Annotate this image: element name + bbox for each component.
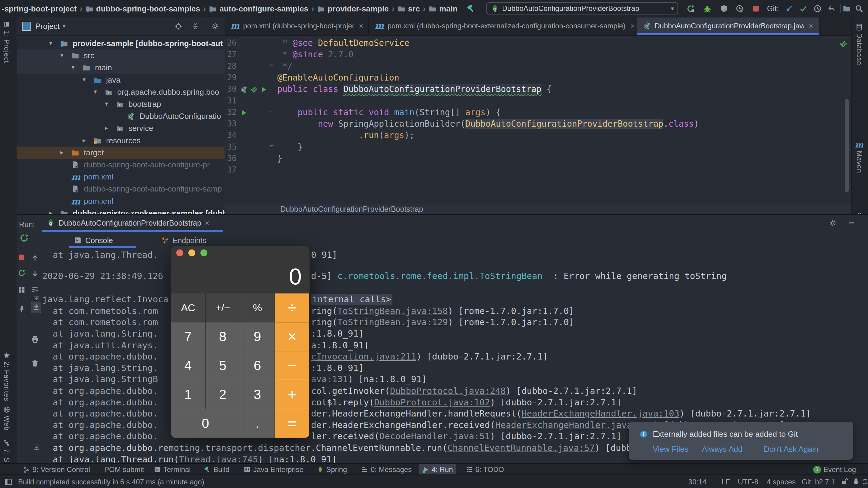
stacktrace-link[interactable]: cInvocation.java:211 <box>311 351 416 362</box>
editor-scrollbar[interactable] <box>845 99 849 193</box>
rerun-button[interactable] <box>20 233 29 244</box>
toolwindow-button-messages[interactable]: 0: Messages <box>358 464 415 475</box>
pin-button[interactable] <box>18 305 26 314</box>
git-history-button[interactable] <box>813 4 822 14</box>
collapse-all-button[interactable] <box>191 22 199 31</box>
code-editor[interactable]: 26 * @see DefaultDemoService27 * @since … <box>224 35 851 204</box>
stacktrace-link[interactable]: ChannelEventRunnable.java:57 <box>447 443 595 453</box>
stacktrace-link[interactable]: ToStringBean.java:158 <box>337 306 448 316</box>
scroll-end-button[interactable] <box>31 302 41 313</box>
fold-marker-icon[interactable]: ⌐ <box>270 107 274 115</box>
toolwindow-button-java-enterprise[interactable]: Java Enterprise <box>241 464 307 475</box>
stacktrace-link[interactable]: ava:131 <box>311 374 348 384</box>
view-tab-console[interactable]: Console <box>74 233 113 247</box>
dubbo-class-icon[interactable] <box>240 86 247 93</box>
gutter-play-small[interactable] <box>260 85 267 95</box>
restart-button[interactable] <box>18 269 26 278</box>
close-icon[interactable]: × <box>359 21 364 31</box>
toolwindow-button-version-control[interactable]: 9: Version Control <box>20 464 93 475</box>
tree-item-org-apache-dubbo-spring-boo[interactable]: ▾org.apache.dubbo.spring.boo <box>17 86 224 98</box>
toolwindow-button-terminal[interactable]: Terminal <box>151 464 194 475</box>
tree-item-service[interactable]: ▸service <box>17 122 224 134</box>
calculator-window[interactable]: 0AC+/−%÷789×456−123+0.= <box>170 246 310 438</box>
tool-button-maven[interactable]: mMaven <box>855 141 864 173</box>
fold-marker-icon[interactable]: ⌐ <box>270 142 274 150</box>
stop-button[interactable] <box>752 4 760 14</box>
calc-button-[interactable]: × <box>275 322 310 351</box>
up-button[interactable] <box>31 254 39 263</box>
calc-button-[interactable]: % <box>240 293 275 322</box>
hector-button[interactable] <box>852 478 860 487</box>
breadcrumb-item[interactable]: main <box>429 4 458 13</box>
stacktrace-link[interactable]: Thread.java:745 <box>179 454 258 464</box>
traffic-light-minimize[interactable] <box>188 250 195 256</box>
breadcrumb-item[interactable]: provider-sample <box>317 4 389 13</box>
chevron-expanded-icon[interactable]: ▾ <box>83 76 86 83</box>
tree-item-main[interactable]: ▾main <box>17 61 224 74</box>
status-update-button[interactable] <box>861 478 868 487</box>
run-tab[interactable]: DubboAutoConfigurationProviderBootstrap× <box>42 216 214 230</box>
git-commit-button[interactable] <box>799 4 807 14</box>
lock-open-button[interactable] <box>841 478 848 487</box>
tree-item-bootstrap[interactable]: ▾bootstrap <box>17 98 224 110</box>
panel-toggle-icon[interactable] <box>4 478 12 488</box>
project-folders-button[interactable] <box>843 4 851 14</box>
status-segment-30-14[interactable]: 30:14 <box>688 475 707 488</box>
status-segment-git--b2-7-1[interactable]: Git: b2.7.1 <box>802 475 835 488</box>
chevron-collapsed-icon[interactable]: ▸ <box>60 149 64 156</box>
notification-action-always-add[interactable]: Always Add <box>702 444 742 454</box>
run-button[interactable] <box>687 4 695 14</box>
git-rollback-button[interactable] <box>828 4 836 14</box>
stacktrace-link[interactable]: DubboProtocol.java:248 <box>390 386 506 396</box>
tree-item-dubbo-spring-boot-auto-configure-pr[interactable]: dubbo-spring-boot-auto-configure-pr <box>17 159 224 171</box>
debug-button[interactable] <box>703 4 712 14</box>
close-icon[interactable]: × <box>809 21 813 31</box>
toolwindow-button-todo[interactable]: 6: TODO <box>463 464 507 475</box>
editor-tab[interactable]: DubboAutoConfigurationProviderBootstrap.… <box>637 18 819 34</box>
tree-item-java[interactable]: ▾java <box>17 74 224 86</box>
status-segment-utf-8[interactable]: UTF-8 <box>738 475 758 488</box>
tree-item-dubbo-spring-boot-auto-configure-samp[interactable]: dubbo-spring-boot-auto-configure-samp <box>17 183 224 195</box>
hide-button[interactable] <box>847 219 855 228</box>
breadcrumb-item[interactable]: src <box>398 4 420 13</box>
calc-button-[interactable]: + <box>275 380 310 409</box>
stacktrace-link[interactable]: ToStringBean.java:129 <box>337 317 448 327</box>
chevron-collapsed-icon[interactable]: ▸ <box>83 137 86 144</box>
tree-item-pom-xml[interactable]: mpom.xml <box>17 195 224 207</box>
tree-item-dubboautoconfiguratio[interactable]: DubboAutoConfiguratio <box>17 110 224 122</box>
status-segment-4-spaces[interactable]: 4 spaces <box>767 475 796 488</box>
calc-button-3[interactable]: 3 <box>240 380 275 409</box>
stacktrace-link[interactable]: DubboProtocol.java:102 <box>374 397 490 407</box>
chevron-expanded-icon[interactable]: ▾ <box>71 64 75 71</box>
traffic-light-zoom[interactable] <box>200 250 207 256</box>
down-button[interactable] <box>31 270 39 279</box>
tree-item-resources[interactable]: ▸resources <box>17 135 224 147</box>
locate-button[interactable] <box>175 22 182 31</box>
toolwindow-button-pom-submit[interactable]: POM submit <box>101 464 147 475</box>
tool-button-favorites[interactable]: 2: Favorites <box>2 352 10 401</box>
expand-icon[interactable] <box>33 295 40 303</box>
calc-button-[interactable]: ÷ <box>275 293 310 322</box>
chevron-expanded-icon[interactable]: ▾ <box>105 100 108 107</box>
toolwindow-button-build[interactable]: Build <box>201 464 232 475</box>
expand-icon[interactable] <box>33 444 40 452</box>
stop-button[interactable] <box>18 253 26 262</box>
settings-button[interactable] <box>829 219 837 228</box>
calc-button-[interactable]: − <box>275 351 310 380</box>
status-message[interactable]: Build completed successfully in 6 s 407 … <box>18 475 204 488</box>
breadcrumb-item[interactable]: dubbo-spring-boot-samples <box>86 4 200 13</box>
chevron-expanded-icon[interactable]: ▾ <box>94 88 97 95</box>
run-configuration-select[interactable]: DubboAutoConfigurationProviderBootstrap▾ <box>487 2 678 15</box>
build-button[interactable] <box>467 4 475 14</box>
chevron-down-icon[interactable]: ▾ <box>63 23 65 30</box>
calc-button-9[interactable]: 9 <box>240 322 275 351</box>
calc-button-6[interactable]: 6 <box>240 351 275 380</box>
toolwindow-button-run[interactable]: 4: Run <box>419 464 456 475</box>
chevron-expanded-icon[interactable]: ▾ <box>49 39 53 47</box>
gutter-dubbo-class[interactable] <box>240 85 247 95</box>
calc-button-ac[interactable]: AC <box>171 293 206 322</box>
play-small-icon[interactable] <box>240 109 247 116</box>
gutter-run-checks[interactable] <box>250 85 257 95</box>
calc-button-0[interactable]: 0 <box>171 409 240 438</box>
calc-button-1[interactable]: 1 <box>171 380 206 409</box>
